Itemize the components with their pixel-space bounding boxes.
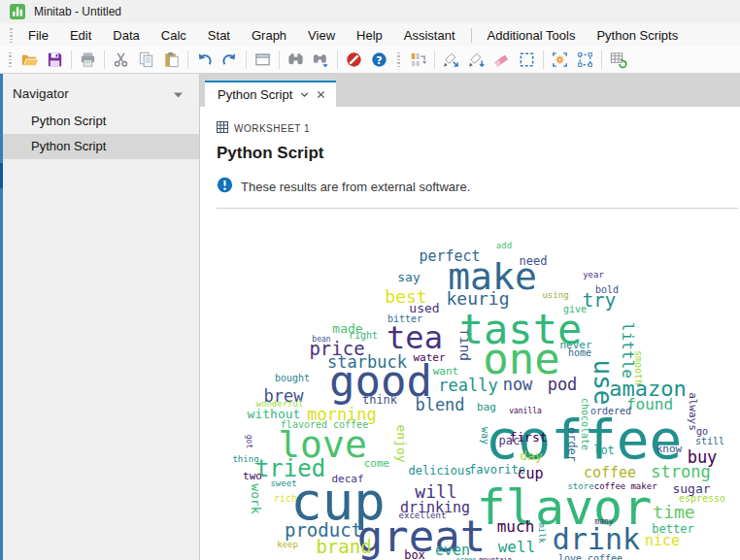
toolbar-separator: [543, 50, 544, 69]
navigator-dropdown-icon[interactable]: [174, 86, 183, 101]
wordcloud-word: green: [455, 557, 476, 560]
find-icon[interactable]: [284, 49, 308, 72]
wordcloud-word: two: [243, 471, 262, 481]
menu-item-file[interactable]: File: [17, 25, 59, 46]
menu-item-additional-tools[interactable]: Additional Tools: [477, 25, 587, 46]
wordcloud-word: really: [438, 378, 497, 394]
wordcloud-word: nice: [645, 534, 680, 548]
menu-item-stat[interactable]: Stat: [197, 25, 241, 46]
copy-icon[interactable]: [134, 49, 158, 72]
selection-rect-icon[interactable]: [515, 49, 539, 72]
tab-chevron-down-icon[interactable]: [300, 90, 309, 99]
notice-text: These results are from external software…: [241, 180, 470, 194]
wordcloud-word: day: [520, 449, 542, 462]
wordcloud-word: brand: [316, 538, 371, 556]
find-next-icon[interactable]: [309, 49, 333, 72]
wordcloud-word: blend: [415, 397, 464, 413]
wordcloud-word: say: [397, 271, 420, 283]
menu-item-assistant[interactable]: Assistant: [393, 25, 466, 46]
wordcloud-word: first: [509, 431, 547, 444]
selection-gear-icon[interactable]: [548, 49, 572, 72]
menu-item-view[interactable]: View: [297, 25, 346, 46]
wordcloud-word: keep: [277, 541, 298, 549]
menu-left: FileEditDataCalcStatGraphViewHelpAssista…: [17, 25, 466, 46]
dialog-window-icon[interactable]: [251, 49, 275, 72]
table-refresh-icon[interactable]: [606, 49, 630, 72]
menu-item-graph[interactable]: Graph: [241, 25, 297, 46]
navigator-panel: Navigator Python ScriptPython Script: [0, 74, 200, 560]
toolbar-separator: [337, 50, 338, 69]
update-graph-icon[interactable]: [406, 49, 430, 72]
cut-icon[interactable]: [109, 49, 133, 72]
toolbar-separator: [601, 50, 602, 69]
save-icon[interactable]: [43, 49, 67, 72]
wordcloud-word: bought: [275, 374, 310, 383]
menu-separator: [471, 28, 472, 43]
worksheet-grid-icon: [217, 119, 228, 137]
tab-label: Python Script: [218, 87, 292, 102]
no-entry-icon[interactable]: [342, 49, 366, 72]
navigator-title: Navigator: [13, 86, 69, 101]
navigator-item-python-script[interactable]: Python Script: [0, 134, 199, 159]
open-folder-icon[interactable]: [17, 49, 42, 72]
wordcloud-word: now: [503, 377, 533, 393]
wordcloud-word: time: [653, 504, 694, 521]
menu-item-edit[interactable]: Edit: [59, 25, 102, 46]
wordcloud-word: order: [566, 427, 578, 462]
word-cloud: addperfectneedsaymakeyearbestkeurigusing…: [221, 220, 740, 560]
wordcloud-word: coffee: [584, 466, 636, 480]
drag-handle: [397, 52, 400, 67]
wordcloud-word: using: [542, 291, 568, 300]
toolbar-separator: [104, 50, 105, 69]
drag-handle: [10, 28, 13, 43]
menu-item-calc[interactable]: Calc: [151, 25, 197, 46]
toolbar: ?: [0, 47, 740, 74]
wordcloud-word: love coffee: [558, 554, 622, 560]
wordcloud-word: drink: [553, 525, 640, 554]
drag-handle: [9, 52, 12, 67]
menu-item-data[interactable]: Data: [102, 25, 150, 46]
minitab-logo-icon: [10, 4, 25, 19]
info-icon: [217, 177, 233, 196]
help-icon[interactable]: ?: [367, 49, 391, 72]
tab-strip: Python Script: [200, 74, 740, 107]
menu-item-help[interactable]: Help: [346, 25, 393, 46]
toolbar-separator: [434, 50, 435, 69]
document-area: WORKSHEET 1 Python Script These results …: [200, 107, 740, 560]
wordcloud-word: still: [695, 437, 724, 446]
eraser-icon[interactable]: [489, 49, 514, 72]
wordcloud-word: much: [497, 519, 535, 535]
print-icon[interactable]: [76, 49, 100, 72]
worksheet-label: WORKSHEET 1: [234, 123, 310, 134]
window-title: Minitab - Untitled: [34, 5, 121, 18]
toolbar-separator: [279, 50, 280, 69]
toolbar-separator: [246, 50, 247, 69]
brush-add-icon[interactable]: [439, 49, 463, 72]
paste-icon[interactable]: [159, 49, 184, 72]
menu-item-python-scripts[interactable]: Python Scripts: [586, 25, 689, 46]
redo-icon[interactable]: [218, 49, 242, 72]
wordcloud-word: pod: [548, 377, 578, 393]
navigator-header: Navigator: [0, 74, 199, 109]
wordcloud-word: always: [688, 392, 698, 431]
wordcloud-word: strong: [651, 464, 710, 480]
wordcloud-word: try: [583, 291, 616, 310]
page-title: Python Script: [217, 144, 740, 163]
wordcloud-word: home: [568, 348, 591, 358]
wordcloud-word: way: [480, 427, 489, 445]
toolbar-separator: [187, 50, 188, 69]
selection-frame-icon[interactable]: [573, 49, 597, 72]
wordcloud-word: well: [498, 540, 536, 555]
tab-close-icon[interactable]: [317, 90, 325, 99]
left-edge-strip: [0, 74, 3, 560]
menu-right: Additional ToolsPython Scripts: [477, 25, 690, 46]
brush-edit-icon[interactable]: [464, 49, 488, 72]
wordcloud-word: used: [409, 302, 439, 314]
wordcloud-word: know: [656, 444, 683, 454]
left-scroll-thumb[interactable]: [0, 163, 3, 188]
navigator-item-python-script[interactable]: Python Script: [0, 109, 199, 134]
content-area: Python Script WORKSHEET 1 Python S: [200, 74, 740, 560]
wordcloud-word: lot: [593, 445, 615, 456]
tab-python-script[interactable]: Python Script: [205, 81, 336, 107]
undo-icon[interactable]: [192, 49, 217, 72]
